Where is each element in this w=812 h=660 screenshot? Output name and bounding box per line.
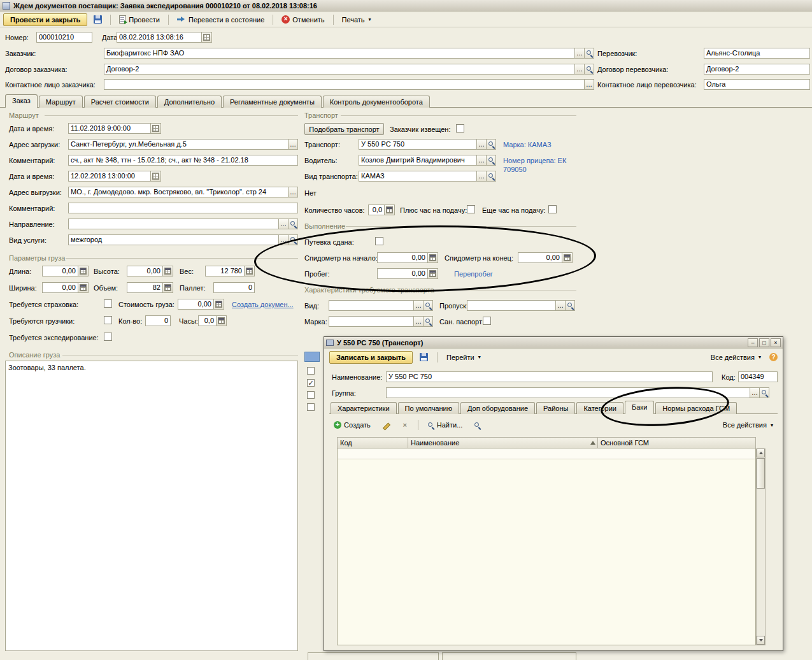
delete-button[interactable] (397, 419, 413, 431)
group-lookup-button[interactable] (760, 387, 769, 398)
save-button[interactable] (89, 13, 106, 26)
carrier-contact-input[interactable]: Ольга (704, 79, 810, 90)
column-header-code[interactable]: Код (337, 437, 408, 448)
tab-po-umolchaniyu[interactable]: По умолчанию (398, 402, 459, 414)
customer-input[interactable]: Биофармтокс НПФ ЗАО (104, 48, 575, 59)
find-button[interactable]: Найти... (423, 419, 467, 431)
customer-ellipsis-button[interactable] (575, 48, 585, 59)
direction-input[interactable] (68, 219, 279, 229)
scroll-down-arrow[interactable] (757, 636, 765, 645)
close-button[interactable] (771, 338, 781, 347)
qty-input[interactable]: 0 (145, 315, 171, 326)
group-input[interactable] (386, 387, 750, 398)
service-type-lookup-button[interactable] (288, 234, 298, 245)
req-kind-lookup-button[interactable] (424, 300, 433, 311)
customer-contact-ellipsis-button[interactable] (585, 79, 594, 90)
load-address-ellipsis-button[interactable] (288, 139, 298, 150)
cargo-description-textarea[interactable]: Зоотовары, 33 паллета. (5, 361, 298, 651)
column-header-main-fuel[interactable]: Основной ГСМ (598, 437, 756, 448)
plus-hour-checkbox[interactable] (467, 205, 475, 213)
vehicle-lookup-button[interactable] (487, 139, 496, 150)
row-select-checkbox[interactable] (307, 391, 315, 399)
tab-kharakteristiki[interactable]: Характеристики (331, 402, 397, 414)
width-input[interactable]: 0,00 (42, 282, 78, 293)
height-input[interactable]: 0,00 (127, 266, 163, 276)
volume-calc-button[interactable] (163, 282, 173, 293)
number-input[interactable]: 000010210 (36, 32, 92, 43)
req-pass-input[interactable] (467, 300, 556, 311)
weight-calc-button[interactable] (245, 266, 255, 276)
unload-datetime-input[interactable]: 12.02.2018 13:00:00 (68, 171, 151, 182)
load-datetime-input[interactable]: 11.02.2018 9:00:00 (68, 123, 151, 134)
tab-kontrol-dokumentooborota[interactable]: Контроль документооборота (323, 96, 430, 108)
pick-transport-button[interactable]: Подобрать транспорт (304, 123, 384, 135)
width-calc-button[interactable] (78, 282, 89, 293)
req-pass-ellipsis-button[interactable] (556, 300, 566, 311)
req-brand-ellipsis-button[interactable] (414, 316, 424, 327)
carrier-contract-input[interactable]: Договор-2 (704, 64, 810, 75)
weight-input[interactable]: 12 780 (205, 266, 245, 276)
name-input[interactable]: У 550 РС 750 (386, 371, 713, 382)
carrier-input[interactable]: Альянс-Столица (704, 48, 810, 59)
customer-contract-ellipsis-button[interactable] (575, 64, 585, 75)
vehicle-type-ellipsis-button[interactable] (477, 171, 487, 182)
tab-normy-raskhoda-gsm[interactable]: Нормы расхода ГСМ (655, 402, 737, 414)
overrun-link[interactable]: Перепробег (454, 270, 493, 278)
row-select-checkbox[interactable] (307, 379, 315, 387)
clear-search-button[interactable] (469, 419, 485, 431)
date-calendar-button[interactable] (202, 32, 212, 43)
direction-lookup-button[interactable] (288, 219, 298, 229)
help-icon[interactable] (769, 353, 778, 361)
hours-calc-button[interactable] (217, 315, 227, 326)
tab-marshrut[interactable]: Маршрут (39, 96, 83, 108)
post-button[interactable]: Провести (115, 13, 164, 26)
row-select-checkbox[interactable] (307, 403, 315, 411)
customer-lookup-button[interactable] (585, 48, 594, 59)
height-calc-button[interactable] (163, 266, 173, 276)
tab-dop-oborudovanie[interactable]: Доп оборудование (460, 402, 535, 414)
length-input[interactable]: 0,00 (42, 266, 78, 276)
dialog-all-actions-button[interactable]: Все действия (706, 351, 766, 364)
scroll-thumb[interactable] (757, 458, 765, 489)
row-select-checkbox[interactable] (307, 367, 315, 375)
goto-menu-button[interactable]: Перейти (442, 351, 485, 364)
create-button[interactable]: Создать (329, 419, 375, 431)
driver-ellipsis-button[interactable] (477, 155, 487, 166)
forwarding-checkbox[interactable] (104, 333, 112, 341)
service-type-input[interactable]: межгород (68, 234, 279, 245)
tab-raschet-stoimosti[interactable]: Расчет стоимости (84, 96, 156, 108)
length-calc-button[interactable] (78, 266, 89, 276)
req-brand-input[interactable] (329, 316, 414, 327)
vehicle-type-input[interactable]: КАМАЗ (359, 171, 477, 182)
req-pass-lookup-button[interactable] (566, 300, 575, 311)
group-ellipsis-button[interactable] (750, 387, 760, 398)
post-and-close-button[interactable]: Провести и закрыть (3, 13, 87, 26)
tab-zakaz[interactable]: Заказ (5, 94, 38, 108)
scroll-up-arrow[interactable] (757, 448, 765, 457)
list-all-actions-button[interactable]: Все действия (718, 419, 778, 431)
load-address-input[interactable]: Санкт-Петербург, ул.Мебельная д.5 (68, 139, 288, 150)
hours-input[interactable]: 0,0 (198, 315, 217, 326)
customer-contact-input[interactable] (104, 79, 585, 90)
unload-comment-input[interactable] (68, 203, 298, 213)
column-header-name[interactable]: Наименование (408, 437, 598, 448)
service-type-ellipsis-button[interactable] (279, 234, 288, 245)
direction-ellipsis-button[interactable] (279, 219, 288, 229)
req-brand-lookup-button[interactable] (424, 316, 433, 327)
unload-address-ellipsis-button[interactable] (288, 187, 298, 197)
unload-datetime-calendar-button[interactable] (151, 171, 161, 182)
odometer-start-calc-button[interactable] (428, 252, 438, 263)
cancel-button[interactable]: Отменить (277, 13, 329, 26)
print-menu-button[interactable]: Печать (338, 13, 376, 26)
tab-rayony[interactable]: Районы (536, 402, 575, 414)
table-scrollbar[interactable] (756, 448, 766, 645)
req-kind-ellipsis-button[interactable] (414, 300, 424, 311)
insurance-checkbox[interactable] (104, 299, 112, 308)
waybill-checkbox[interactable] (375, 237, 383, 245)
vehicle-type-lookup-button[interactable] (487, 171, 496, 182)
loaders-checkbox[interactable] (104, 316, 112, 324)
dialog-save-button[interactable] (415, 351, 432, 364)
driver-lookup-button[interactable] (487, 155, 496, 166)
code-input[interactable]: 004349 (738, 371, 778, 382)
load-datetime-calendar-button[interactable] (151, 123, 161, 134)
